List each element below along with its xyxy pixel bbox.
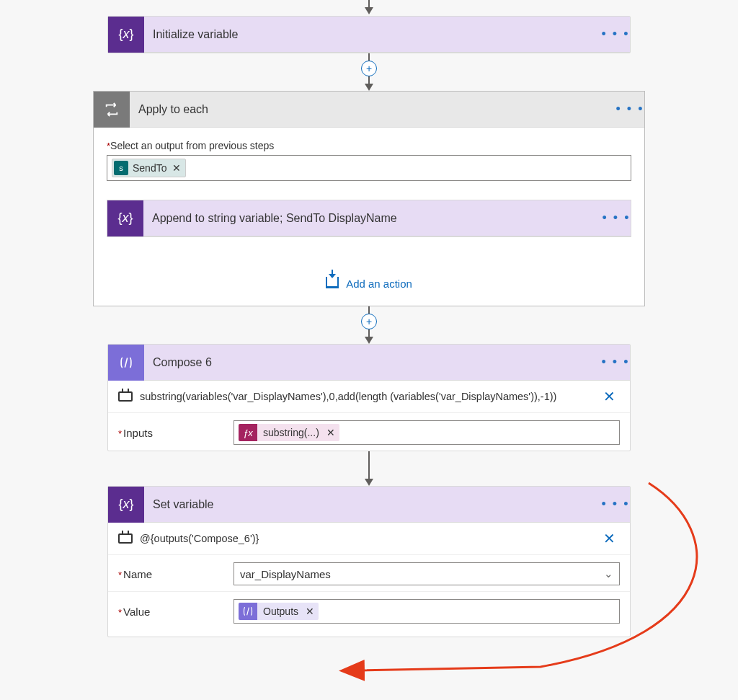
- step-title: Set variable: [144, 498, 601, 511]
- add-action-label: Add an action: [346, 278, 412, 290]
- svg-marker-3: [365, 84, 373, 91]
- sharepoint-icon: s: [114, 161, 128, 175]
- variable-name-select[interactable]: var_DisplayNames ⌄: [234, 562, 620, 585]
- arrow-top: [0, 0, 738, 16]
- step-apply-to-each: Apply to each • • • *Select an output fr…: [93, 91, 645, 306]
- step-menu-button[interactable]: • • •: [601, 27, 630, 42]
- variable-icon: {x}: [107, 200, 143, 236]
- peek-code-icon: [118, 391, 133, 402]
- inputs-field[interactable]: ƒx substring(...) ✕: [234, 420, 620, 445]
- inputs-label: Inputs: [123, 427, 153, 439]
- select-output-input[interactable]: s SendTo ✕: [107, 155, 631, 181]
- step-initialize-variable[interactable]: {x} Initialize variable • • •: [107, 16, 631, 53]
- loop-icon: [94, 92, 130, 128]
- variable-icon: {x}: [108, 487, 144, 523]
- connector-3: [0, 451, 738, 486]
- add-action-icon: [326, 277, 339, 288]
- peek-expression: substring(variables('var_DisplayNames'),…: [140, 391, 592, 402]
- compose-icon: [108, 345, 144, 381]
- name-label: Name: [123, 568, 152, 580]
- select-output-label: Select an output from previous steps: [110, 140, 274, 151]
- peek-expression: @{outputs('Compose_6')}: [140, 533, 592, 544]
- compose-header[interactable]: Compose 6 • • •: [108, 345, 630, 381]
- step-compose-6: Compose 6 • • • substring(variables('var…: [107, 344, 631, 451]
- add-step-button[interactable]: +: [361, 61, 377, 76]
- token-label: substring(...): [257, 425, 325, 440]
- token-label: SendTo: [133, 162, 166, 174]
- svg-marker-5: [365, 337, 373, 344]
- step-title: Compose 6: [144, 356, 601, 369]
- add-step-button[interactable]: +: [361, 314, 377, 329]
- peek-code-icon: [118, 533, 133, 544]
- expression-token[interactable]: ƒx substring(...) ✕: [239, 424, 339, 441]
- variable-icon: {x}: [108, 17, 144, 53]
- value-field[interactable]: Outputs ✕: [234, 599, 620, 624]
- step-menu-button[interactable]: • • •: [601, 497, 630, 512]
- connector-2: +: [0, 306, 738, 344]
- apply-to-each-header[interactable]: Apply to each • • •: [94, 92, 644, 128]
- token-remove-icon[interactable]: ✕: [172, 162, 181, 174]
- token-remove-icon[interactable]: ✕: [306, 606, 319, 617]
- add-action-button[interactable]: Add an action: [107, 278, 631, 290]
- step-title: Append to string variable; SendTo Displa…: [143, 212, 602, 225]
- select-value: var_DisplayNames: [240, 568, 331, 580]
- outputs-token[interactable]: Outputs ✕: [239, 603, 319, 620]
- step-set-variable: {x} Set variable • • • @{outputs('Compos…: [107, 486, 631, 637]
- step-menu-button[interactable]: • • •: [615, 102, 644, 117]
- step-title: Initialize variable: [144, 28, 601, 41]
- svg-marker-1: [365, 7, 373, 14]
- step-title: Apply to each: [130, 103, 615, 116]
- token-label: Outputs: [257, 604, 304, 619]
- step-menu-button[interactable]: • • •: [601, 355, 630, 370]
- compose-icon: [239, 603, 257, 620]
- step-menu-button[interactable]: • • •: [602, 211, 631, 226]
- value-label: Value: [123, 606, 150, 618]
- fx-icon: ƒx: [239, 424, 257, 441]
- peek-close-button[interactable]: ✕: [599, 530, 620, 547]
- chevron-down-icon: ⌄: [604, 567, 613, 580]
- peek-close-button[interactable]: ✕: [599, 388, 620, 405]
- set-variable-header[interactable]: {x} Set variable • • •: [108, 487, 630, 523]
- svg-marker-7: [365, 479, 373, 486]
- connector-1: +: [0, 53, 738, 91]
- step-append-string[interactable]: {x} Append to string variable; SendTo Di…: [107, 200, 631, 236]
- sendto-token[interactable]: s SendTo ✕: [112, 159, 186, 177]
- token-remove-icon[interactable]: ✕: [326, 427, 339, 438]
